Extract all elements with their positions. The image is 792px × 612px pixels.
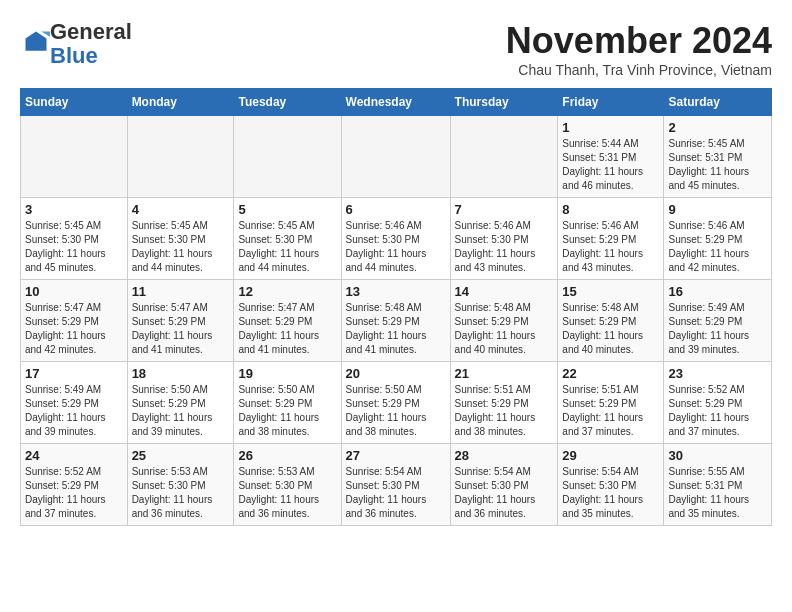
month-title: November 2024 (506, 20, 772, 62)
calendar-cell: 3Sunrise: 5:45 AM Sunset: 5:30 PM Daylig… (21, 198, 128, 280)
day-info: Sunrise: 5:53 AM Sunset: 5:30 PM Dayligh… (132, 465, 230, 521)
calendar-cell: 15Sunrise: 5:48 AM Sunset: 5:29 PM Dayli… (558, 280, 664, 362)
day-info: Sunrise: 5:50 AM Sunset: 5:29 PM Dayligh… (346, 383, 446, 439)
day-number: 25 (132, 448, 230, 463)
day-number: 14 (455, 284, 554, 299)
calendar-cell: 22Sunrise: 5:51 AM Sunset: 5:29 PM Dayli… (558, 362, 664, 444)
logo-icon (22, 28, 50, 56)
day-info: Sunrise: 5:47 AM Sunset: 5:29 PM Dayligh… (238, 301, 336, 357)
svg-marker-0 (26, 32, 47, 51)
weekday-header: Wednesday (341, 89, 450, 116)
calendar-cell: 12Sunrise: 5:47 AM Sunset: 5:29 PM Dayli… (234, 280, 341, 362)
calendar-cell: 7Sunrise: 5:46 AM Sunset: 5:30 PM Daylig… (450, 198, 558, 280)
day-info: Sunrise: 5:47 AM Sunset: 5:29 PM Dayligh… (132, 301, 230, 357)
day-number: 3 (25, 202, 123, 217)
day-info: Sunrise: 5:47 AM Sunset: 5:29 PM Dayligh… (25, 301, 123, 357)
day-info: Sunrise: 5:54 AM Sunset: 5:30 PM Dayligh… (455, 465, 554, 521)
day-info: Sunrise: 5:48 AM Sunset: 5:29 PM Dayligh… (455, 301, 554, 357)
calendar-cell: 13Sunrise: 5:48 AM Sunset: 5:29 PM Dayli… (341, 280, 450, 362)
calendar-week-row: 3Sunrise: 5:45 AM Sunset: 5:30 PM Daylig… (21, 198, 772, 280)
day-number: 7 (455, 202, 554, 217)
day-info: Sunrise: 5:52 AM Sunset: 5:29 PM Dayligh… (25, 465, 123, 521)
calendar-cell (127, 116, 234, 198)
subtitle: Chau Thanh, Tra Vinh Province, Vietnam (506, 62, 772, 78)
calendar-cell: 26Sunrise: 5:53 AM Sunset: 5:30 PM Dayli… (234, 444, 341, 526)
weekday-header: Tuesday (234, 89, 341, 116)
calendar-cell: 20Sunrise: 5:50 AM Sunset: 5:29 PM Dayli… (341, 362, 450, 444)
day-number: 1 (562, 120, 659, 135)
day-info: Sunrise: 5:48 AM Sunset: 5:29 PM Dayligh… (562, 301, 659, 357)
calendar-cell: 27Sunrise: 5:54 AM Sunset: 5:30 PM Dayli… (341, 444, 450, 526)
logo-text: General Blue (50, 20, 132, 68)
calendar-cell: 4Sunrise: 5:45 AM Sunset: 5:30 PM Daylig… (127, 198, 234, 280)
day-info: Sunrise: 5:48 AM Sunset: 5:29 PM Dayligh… (346, 301, 446, 357)
calendar-cell (450, 116, 558, 198)
day-number: 22 (562, 366, 659, 381)
calendar-cell: 14Sunrise: 5:48 AM Sunset: 5:29 PM Dayli… (450, 280, 558, 362)
calendar-cell: 2Sunrise: 5:45 AM Sunset: 5:31 PM Daylig… (664, 116, 772, 198)
header: General Blue November 2024 Chau Thanh, T… (20, 20, 772, 78)
weekday-header: Monday (127, 89, 234, 116)
day-number: 18 (132, 366, 230, 381)
calendar-cell (21, 116, 128, 198)
day-info: Sunrise: 5:44 AM Sunset: 5:31 PM Dayligh… (562, 137, 659, 193)
day-info: Sunrise: 5:45 AM Sunset: 5:30 PM Dayligh… (238, 219, 336, 275)
calendar-cell (234, 116, 341, 198)
day-number: 15 (562, 284, 659, 299)
calendar-cell: 24Sunrise: 5:52 AM Sunset: 5:29 PM Dayli… (21, 444, 128, 526)
calendar-cell: 11Sunrise: 5:47 AM Sunset: 5:29 PM Dayli… (127, 280, 234, 362)
calendar-cell: 25Sunrise: 5:53 AM Sunset: 5:30 PM Dayli… (127, 444, 234, 526)
day-number: 4 (132, 202, 230, 217)
calendar-cell: 5Sunrise: 5:45 AM Sunset: 5:30 PM Daylig… (234, 198, 341, 280)
day-info: Sunrise: 5:45 AM Sunset: 5:31 PM Dayligh… (668, 137, 767, 193)
day-number: 8 (562, 202, 659, 217)
weekday-header: Sunday (21, 89, 128, 116)
day-info: Sunrise: 5:46 AM Sunset: 5:30 PM Dayligh… (455, 219, 554, 275)
day-info: Sunrise: 5:54 AM Sunset: 5:30 PM Dayligh… (562, 465, 659, 521)
day-info: Sunrise: 5:46 AM Sunset: 5:30 PM Dayligh… (346, 219, 446, 275)
day-number: 17 (25, 366, 123, 381)
day-number: 28 (455, 448, 554, 463)
calendar-cell: 10Sunrise: 5:47 AM Sunset: 5:29 PM Dayli… (21, 280, 128, 362)
day-number: 20 (346, 366, 446, 381)
calendar-cell: 16Sunrise: 5:49 AM Sunset: 5:29 PM Dayli… (664, 280, 772, 362)
calendar-week-row: 1Sunrise: 5:44 AM Sunset: 5:31 PM Daylig… (21, 116, 772, 198)
day-number: 6 (346, 202, 446, 217)
calendar-week-row: 24Sunrise: 5:52 AM Sunset: 5:29 PM Dayli… (21, 444, 772, 526)
day-number: 26 (238, 448, 336, 463)
calendar-cell: 30Sunrise: 5:55 AM Sunset: 5:31 PM Dayli… (664, 444, 772, 526)
day-number: 11 (132, 284, 230, 299)
day-number: 16 (668, 284, 767, 299)
day-number: 10 (25, 284, 123, 299)
calendar-cell: 19Sunrise: 5:50 AM Sunset: 5:29 PM Dayli… (234, 362, 341, 444)
calendar-cell: 1Sunrise: 5:44 AM Sunset: 5:31 PM Daylig… (558, 116, 664, 198)
day-number: 13 (346, 284, 446, 299)
day-info: Sunrise: 5:52 AM Sunset: 5:29 PM Dayligh… (668, 383, 767, 439)
logo: General Blue (20, 20, 132, 68)
day-info: Sunrise: 5:50 AM Sunset: 5:29 PM Dayligh… (238, 383, 336, 439)
calendar-cell: 28Sunrise: 5:54 AM Sunset: 5:30 PM Dayli… (450, 444, 558, 526)
day-info: Sunrise: 5:54 AM Sunset: 5:30 PM Dayligh… (346, 465, 446, 521)
day-info: Sunrise: 5:45 AM Sunset: 5:30 PM Dayligh… (132, 219, 230, 275)
calendar-cell: 17Sunrise: 5:49 AM Sunset: 5:29 PM Dayli… (21, 362, 128, 444)
day-number: 19 (238, 366, 336, 381)
calendar-cell: 23Sunrise: 5:52 AM Sunset: 5:29 PM Dayli… (664, 362, 772, 444)
day-info: Sunrise: 5:46 AM Sunset: 5:29 PM Dayligh… (668, 219, 767, 275)
weekday-header: Thursday (450, 89, 558, 116)
day-number: 2 (668, 120, 767, 135)
calendar-cell: 8Sunrise: 5:46 AM Sunset: 5:29 PM Daylig… (558, 198, 664, 280)
calendar-cell (341, 116, 450, 198)
day-info: Sunrise: 5:53 AM Sunset: 5:30 PM Dayligh… (238, 465, 336, 521)
day-number: 29 (562, 448, 659, 463)
calendar-cell: 9Sunrise: 5:46 AM Sunset: 5:29 PM Daylig… (664, 198, 772, 280)
day-info: Sunrise: 5:46 AM Sunset: 5:29 PM Dayligh… (562, 219, 659, 275)
calendar-cell: 21Sunrise: 5:51 AM Sunset: 5:29 PM Dayli… (450, 362, 558, 444)
day-info: Sunrise: 5:45 AM Sunset: 5:30 PM Dayligh… (25, 219, 123, 275)
day-info: Sunrise: 5:49 AM Sunset: 5:29 PM Dayligh… (668, 301, 767, 357)
day-number: 21 (455, 366, 554, 381)
weekday-header: Saturday (664, 89, 772, 116)
day-number: 23 (668, 366, 767, 381)
calendar-week-row: 17Sunrise: 5:49 AM Sunset: 5:29 PM Dayli… (21, 362, 772, 444)
day-number: 24 (25, 448, 123, 463)
weekday-header: Friday (558, 89, 664, 116)
